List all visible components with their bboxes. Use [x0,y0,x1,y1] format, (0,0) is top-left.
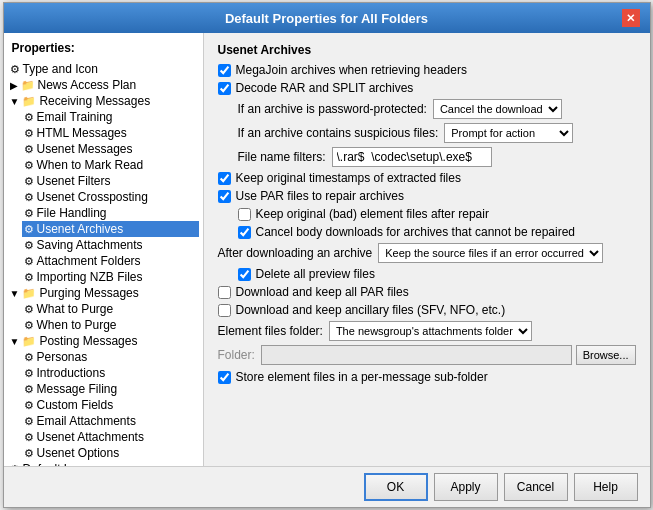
expand-icon: ▼ [10,96,20,107]
folder-icon [21,79,35,92]
gear-icon [24,415,34,428]
store-per-message-checkbox[interactable] [218,371,231,384]
tree-item-purging[interactable]: ▼ Purging Messages [8,285,199,301]
element-folder-label: Element files folder: [218,324,323,338]
tree-item-message-filing[interactable]: Message Filing [22,381,199,397]
delete-preview-checkbox[interactable] [238,268,251,281]
tree-item-usenet-crossposting[interactable]: Usenet Crossposting [22,189,199,205]
tree-item-attachment-folders[interactable]: Attachment Folders [22,253,199,269]
tree-label: Saving Attachments [37,238,143,252]
gear-icon [24,255,34,268]
cancel-body-label: Cancel body downloads for archives that … [256,225,576,239]
keep-original-checkbox[interactable] [238,208,251,221]
decode-rar-row: Decode RAR and SPLIT archives [218,81,636,95]
tree-item-usenet-messages[interactable]: Usenet Messages [22,141,199,157]
tree-label: Attachment Folders [37,254,141,268]
tree-label: Usenet Options [37,446,120,460]
tree-item-email-training[interactable]: Email Training [22,109,199,125]
browse-button[interactable]: Browse... [576,345,636,365]
tree-item-introductions[interactable]: Introductions [22,365,199,381]
tree-item-saving-attachments[interactable]: Saving Attachments [22,237,199,253]
decode-rar-label: Decode RAR and SPLIT archives [236,81,414,95]
expand-icon: ▼ [10,288,20,299]
delete-preview-label: Delete all preview files [256,267,375,281]
folder-input[interactable] [261,345,572,365]
folder-icon [22,95,36,108]
after-download-label: After downloading an archive [218,246,373,260]
folder-icon [22,287,36,300]
tree-label: Custom Fields [37,398,114,412]
keep-original-label: Keep original (bad) element files after … [256,207,489,221]
tree-item-custom-fields[interactable]: Custom Fields [22,397,199,413]
password-select[interactable]: Cancel the download Prompt for action Sk… [433,99,562,119]
tree-item-usenet-attachments[interactable]: Usenet Attachments [22,429,199,445]
dialog-body: Properties: Type and Icon ▶ News Access … [4,33,650,466]
ok-button[interactable]: OK [364,473,428,501]
tree-label: Receiving Messages [39,94,150,108]
tree-label: Personas [37,350,88,364]
tree-label: Message Filing [37,382,118,396]
gear-icon [24,367,34,380]
tree-item-type-icon[interactable]: Type and Icon [8,61,199,77]
megajoin-row: MegaJoin archives when retrieving header… [218,63,636,77]
tree-item-when-purge[interactable]: When to Purge [22,317,199,333]
use-par-checkbox[interactable] [218,190,231,203]
tree-item-posting[interactable]: ▼ Posting Messages [8,333,199,349]
gear-icon [24,127,34,140]
decode-rar-checkbox[interactable] [218,82,231,95]
cancel-button[interactable]: Cancel [504,473,568,501]
keep-original-row: Keep original (bad) element files after … [238,207,636,221]
tree-label: Importing NZB Files [37,270,143,284]
gear-icon [24,303,34,316]
tree-item-receiving[interactable]: ▼ Receiving Messages [8,93,199,109]
after-download-select[interactable]: Keep the source files if an error occurr… [378,243,603,263]
password-field-row: If an archive is password-protected: Can… [238,99,636,119]
gear-icon [24,207,34,220]
filename-label: File name filters: [238,150,326,164]
suspicious-select[interactable]: Prompt for action Cancel the download Sk… [444,123,573,143]
megajoin-checkbox[interactable] [218,64,231,77]
help-button[interactable]: Help [574,473,638,501]
password-label: If an archive is password-protected: [238,102,427,116]
tree-label: Type and Icon [23,62,98,76]
download-all-par-checkbox[interactable] [218,286,231,299]
tree-item-email-attachments[interactable]: Email Attachments [22,413,199,429]
tree-label: When to Purge [37,318,117,332]
tree-item-file-handling[interactable]: File Handling [22,205,199,221]
tree-item-usenet-filters[interactable]: Usenet Filters [22,173,199,189]
tree-item-html-messages[interactable]: HTML Messages [22,125,199,141]
bottom-bar: OK Apply Cancel Help [4,466,650,507]
purging-children: What to Purge When to Purge [22,301,199,333]
cancel-body-row: Cancel body downloads for archives that … [238,225,636,239]
keep-timestamps-checkbox[interactable] [218,172,231,185]
tree-label: Email Training [37,110,113,124]
gear-icon [24,111,34,124]
folder-label: Folder: [218,348,255,362]
tree-item-when-mark-read[interactable]: When to Mark Read [22,157,199,173]
filename-input[interactable] [332,147,492,167]
tree-item-personas[interactable]: Personas [22,349,199,365]
tree-label: Usenet Messages [37,142,133,156]
tree-item-usenet-archives[interactable]: Usenet Archives [22,221,199,237]
cancel-body-checkbox[interactable] [238,226,251,239]
keep-timestamps-label: Keep original timestamps of extracted fi… [236,171,461,185]
apply-button[interactable]: Apply [434,473,498,501]
gear-icon [24,175,34,188]
receiving-children: Email Training HTML Messages Usenet Mess… [22,109,199,285]
tree-label: HTML Messages [37,126,127,140]
gear-icon [24,399,34,412]
element-folder-select[interactable]: The newsgroup's attachments folder Custo… [329,321,532,341]
gear-icon [24,351,34,364]
close-button[interactable]: ✕ [622,9,640,27]
tree-label: Usenet Attachments [37,430,144,444]
dialog-title: Default Properties for All Folders [32,11,622,26]
tree-item-what-purge[interactable]: What to Purge [22,301,199,317]
after-download-row: After downloading an archive Keep the so… [218,243,636,263]
tree-item-news-access[interactable]: ▶ News Access Plan [8,77,199,93]
tree-item-importing-nzb[interactable]: Importing NZB Files [22,269,199,285]
expand-icon: ▶ [10,80,18,91]
folder-row: Folder: Browse... [218,345,636,365]
tree-item-usenet-options[interactable]: Usenet Options [22,445,199,461]
download-ancillary-checkbox[interactable] [218,304,231,317]
gear-icon [24,271,34,284]
